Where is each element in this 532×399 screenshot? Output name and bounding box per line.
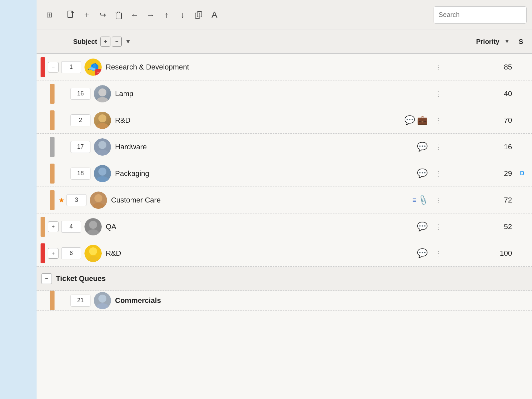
star-icon: ★: [59, 196, 65, 204]
table-header: Subject + − ▼ Priority ▼ S: [37, 30, 532, 54]
row-more-btn[interactable]: ⋮: [435, 223, 442, 231]
row-icons: 💬: [417, 142, 428, 152]
row-more-btn[interactable]: ⋮: [435, 249, 442, 257]
avatar: [94, 138, 111, 156]
font-icon[interactable]: A: [207, 8, 222, 22]
table-row: 16 Lamp ⋮ 40: [37, 80, 532, 107]
row-icons: 💬 💼: [404, 115, 428, 125]
row-color-bar: [41, 57, 45, 77]
section-row: − Ticket Queues: [37, 267, 532, 291]
row-color-bar: [50, 291, 55, 311]
section-collapse-btn[interactable]: −: [41, 273, 52, 284]
row-more-btn[interactable]: ⋮: [435, 196, 442, 204]
row-icons: 💬: [417, 248, 428, 258]
subject-label: Subject: [73, 38, 97, 46]
delete-icon[interactable]: [111, 8, 126, 22]
file-icon[interactable]: [64, 8, 78, 22]
table-row: + 4 QA 💬 ⋮ 52: [37, 213, 532, 240]
remove-col-btn[interactable]: −: [112, 37, 122, 47]
row-label: Packaging: [115, 169, 417, 178]
next-icon[interactable]: →: [143, 8, 158, 22]
down-icon[interactable]: ↓: [175, 8, 190, 22]
svg-point-5: [96, 97, 108, 102]
row-number: 4: [61, 221, 81, 233]
row-priority: 29: [446, 169, 519, 178]
svg-point-15: [87, 229, 99, 235]
row-label: Research & Development: [106, 63, 428, 71]
row-label: R&D: [115, 116, 404, 125]
add-col-btn[interactable]: +: [100, 37, 110, 47]
svg-rect-1: [116, 13, 121, 19]
row-more-btn[interactable]: ⋮: [435, 170, 442, 178]
row-number: 2: [70, 114, 90, 126]
row-number: 3: [66, 194, 86, 206]
paperclip-icon: 📎: [417, 194, 429, 206]
table-body: − 1 🧢 → Research & Development ⋮ 85 16: [37, 54, 532, 399]
svg-point-18: [98, 295, 106, 303]
svg-point-13: [92, 203, 104, 209]
table-row: 2 R&D 💬 💼 ⋮ 70: [37, 107, 532, 134]
search-box[interactable]: [434, 6, 527, 24]
forward-icon[interactable]: ↪: [95, 8, 110, 22]
lines-icon: ≡: [412, 196, 417, 204]
col-priority-header: Priority ▼: [446, 37, 519, 47]
row-number: 18: [70, 168, 90, 180]
svg-point-6: [98, 114, 106, 122]
avatar: [94, 112, 111, 129]
add-icon[interactable]: +: [79, 8, 94, 22]
grid-icon[interactable]: ⊞: [42, 8, 57, 22]
search-input[interactable]: [439, 11, 522, 19]
svg-point-16: [89, 247, 97, 255]
briefcase-icon: 💼: [417, 115, 428, 125]
table-row: − 1 🧢 → Research & Development ⋮ 85: [37, 54, 532, 80]
avatar: 🧢 →: [84, 59, 102, 76]
row-more-btn[interactable]: ⋮: [435, 90, 442, 98]
row-priority: 85: [446, 63, 519, 71]
row-label: Customer Care: [111, 196, 412, 204]
row-more-btn[interactable]: ⋮: [435, 116, 442, 124]
svg-point-10: [98, 168, 106, 176]
main-container: ⊞ + ↪ ← → ↑ ↓ A Subje: [0, 0, 532, 399]
row-icons: ≡ 📎: [412, 196, 428, 204]
content-area: ⊞ + ↪ ← → ↑ ↓ A Subje: [37, 0, 532, 399]
back-icon[interactable]: ←: [127, 8, 142, 22]
row-collapse-btn[interactable]: −: [48, 62, 59, 72]
table-row: 17 Hardware 💬 ⋮ 16: [37, 134, 532, 160]
row-expand-btn[interactable]: +: [48, 221, 59, 232]
filter-btn[interactable]: ▼: [123, 37, 133, 47]
row-priority: 40: [446, 89, 519, 98]
row-color-bar: [50, 110, 55, 130]
row-label: Commercials: [115, 296, 532, 305]
row-color-bar: [50, 137, 55, 157]
toolbar-divider: [60, 9, 60, 21]
svg-point-17: [87, 256, 99, 262]
row-more-btn[interactable]: ⋮: [435, 143, 442, 151]
table-row: ★ 3 Customer Care ≡ 📎 ⋮ 72: [37, 187, 532, 213]
svg-point-12: [94, 194, 102, 202]
up-icon[interactable]: ↑: [159, 8, 174, 22]
section-title: Ticket Queues: [56, 274, 106, 283]
avatar: [94, 165, 111, 182]
avatar: [84, 218, 102, 235]
row-more-btn[interactable]: ⋮: [435, 63, 442, 71]
row-label: Lamp: [115, 89, 428, 98]
table-row: 18 Packaging 💬 ⋮ 29 D: [37, 160, 532, 187]
row-color-bar: [50, 164, 55, 184]
avatar: [94, 85, 111, 102]
svg-point-8: [98, 141, 106, 149]
col-s-header: S: [519, 38, 532, 46]
row-expand-btn[interactable]: +: [48, 248, 59, 259]
row-priority: 52: [446, 222, 519, 231]
priority-filter-btn[interactable]: ▼: [502, 37, 512, 47]
col-header-icons: + − ▼: [100, 37, 133, 47]
chat-icon: 💬: [417, 142, 428, 152]
row-icons: 💬: [417, 221, 428, 232]
row-icons: 💬: [417, 168, 428, 179]
row-color-bar: [41, 243, 45, 263]
avatar: [90, 192, 107, 209]
row-priority: 72: [446, 196, 519, 204]
svg-point-19: [96, 303, 108, 309]
avatar: [84, 245, 102, 262]
copy-icon[interactable]: [191, 8, 206, 22]
chat-icon: 💬: [417, 248, 428, 258]
